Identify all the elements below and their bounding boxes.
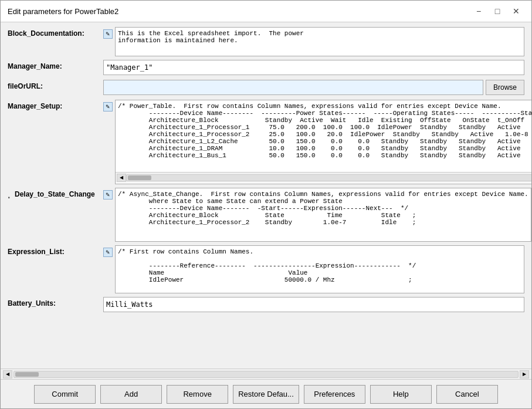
delay-edit-icon[interactable]: ✎ — [103, 190, 113, 200]
file-url-group: Browse — [103, 80, 524, 95]
manager-setup-edit-icon[interactable]: ✎ — [103, 102, 113, 111]
manager-name-label: Manager_Name: — [8, 60, 99, 70]
delay-row: · Delay_to_State_Change ✎ /* Async_State… — [8, 188, 524, 242]
minimize-button[interactable]: − — [470, 5, 487, 17]
delay-dot: · — [8, 190, 13, 203]
window-title: Edit parameters for PowerTable2 — [8, 7, 118, 16]
hscroll-thumb — [128, 175, 151, 180]
bottom-hscroll-track — [13, 371, 519, 378]
window-controls: − □ ✕ — [470, 5, 524, 17]
title-bar: Edit parameters for PowerTable2 − □ ✕ — [1, 1, 531, 22]
battery-units-input[interactable] — [103, 297, 524, 312]
add-button[interactable]: Add — [100, 385, 162, 404]
footer: Commit Add Remove Restore Defau... Prefe… — [1, 379, 531, 408]
commit-button[interactable]: Commit — [34, 385, 96, 404]
file-or-url-input[interactable] — [103, 80, 483, 95]
main-window: Edit parameters for PowerTable2 − □ ✕ Bl… — [0, 0, 532, 409]
manager-setup-label: Manager_Setup: — [8, 100, 99, 110]
maximize-button[interactable]: □ — [489, 5, 506, 17]
remove-button[interactable]: Remove — [167, 385, 228, 404]
browse-button[interactable]: Browse — [486, 80, 524, 95]
block-doc-label: Block_Documentation: — [8, 27, 99, 38]
manager-setup-row: Manager_Setup: ✎ /* Power_Table. First r… — [8, 100, 524, 184]
block-doc-row: Block_Documentation: ✎ This is the Excel… — [8, 27, 524, 56]
delay-value[interactable]: /* Async_State_Change. First row contain… — [116, 188, 531, 241]
preferences-button[interactable]: Preferences — [304, 385, 365, 404]
battery-units-label: Battery_Units: — [8, 297, 99, 307]
expression-edit-icon[interactable]: ✎ — [103, 248, 113, 257]
restore-defaults-button[interactable]: Restore Defau... — [233, 385, 299, 404]
manager-setup-value[interactable]: /* Power_Table. First row contains Colum… — [116, 100, 531, 171]
delay-label: Delay_to_State_Change — [15, 190, 95, 198]
manager-name-row: Manager_Name: — [8, 60, 524, 76]
content-area: Block_Documentation: ✎ This is the Excel… — [1, 22, 531, 369]
expression-row: Expression_List: ✎ /* First row contains… — [8, 245, 524, 293]
file-or-url-label: fileOrURL: — [8, 80, 99, 90]
battery-units-row: Battery_Units: — [8, 297, 524, 313]
block-doc-value[interactable]: This is the Excel spreadsheet import. Th… — [116, 28, 524, 46]
help-button[interactable]: Help — [370, 385, 432, 404]
file-or-url-row: fileOrURL: Browse — [8, 80, 524, 96]
cancel-button[interactable]: Cancel — [436, 385, 498, 404]
bottom-hscroll-thumb — [15, 372, 39, 377]
close-button[interactable]: ✕ — [508, 5, 524, 17]
hscroll-left[interactable]: ◀ — [117, 174, 126, 182]
expression-value[interactable]: /* First row contains Column Names. ----… — [116, 246, 524, 293]
manager-name-input[interactable] — [103, 60, 524, 75]
expression-label: Expression_List: — [8, 245, 99, 256]
block-doc-edit-icon[interactable]: ✎ — [103, 29, 113, 39]
bottom-hscroll-right[interactable]: ▶ — [520, 370, 529, 378]
hscroll-track — [126, 174, 531, 181]
bottom-hscroll-left[interactable]: ◀ — [3, 370, 12, 378]
bottom-scroll-bar[interactable]: ◀ ▶ — [1, 369, 531, 379]
manager-setup-hscroll[interactable]: ◀ ▶ — [116, 172, 531, 182]
